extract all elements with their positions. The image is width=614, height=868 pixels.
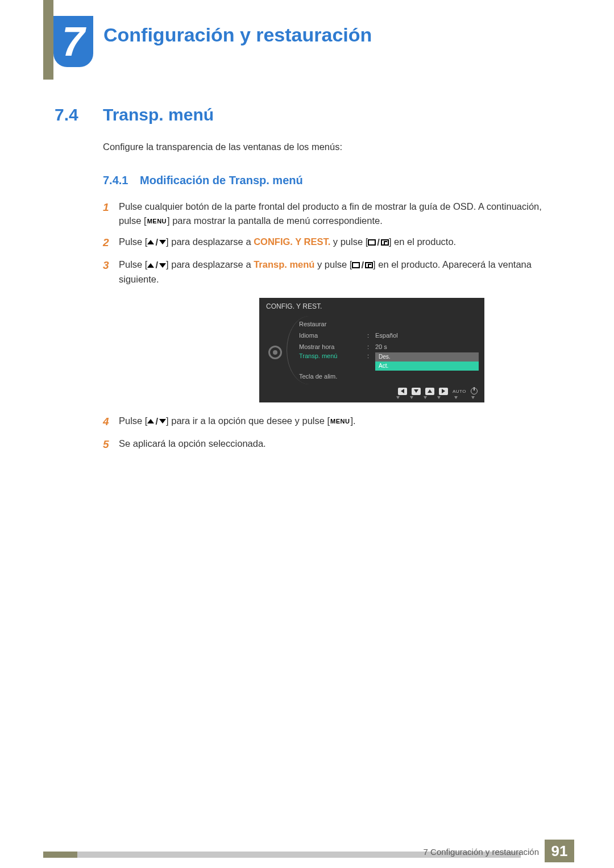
highlight-config: CONFIG. Y REST. xyxy=(254,236,330,247)
step-4: 4 Pulse [/] para ir a la opción que dese… xyxy=(103,414,555,430)
section-heading: 7.4 Transp. menú xyxy=(55,105,555,124)
chapter-number-badge: 7 xyxy=(53,16,93,67)
osd-screenshot: CONFIG. Y REST. Restaurar Idioma : Españ… xyxy=(259,298,484,402)
footer-bar-accent xyxy=(43,852,77,858)
osd-row-mostrar-hora: Mostrar hora : 20 s xyxy=(299,341,484,352)
enter-icon: / xyxy=(368,235,389,250)
text: ] para ir a la opción que desee y pulse … xyxy=(166,416,330,426)
section-title: Transp. menú xyxy=(103,105,214,124)
osd-label: Restaurar xyxy=(299,321,367,327)
nav-auto-label: AUTO xyxy=(453,389,466,394)
osd-option-des: Des. xyxy=(375,352,479,362)
text: y pulse [ xyxy=(330,236,368,247)
osd-label-selected: Transp. menú xyxy=(299,352,367,359)
text: ] para desplazarse a xyxy=(166,259,254,269)
osd-row-transp-menu: Transp. menú : Des. Act. xyxy=(299,352,484,371)
osd-value: Español xyxy=(375,332,398,339)
chapter-title: Configuración y restauración xyxy=(103,24,372,46)
osd-row-idioma: Idioma : Español xyxy=(299,330,484,341)
section-intro: Configure la transparencia de las ventan… xyxy=(103,142,555,152)
side-strip xyxy=(43,0,53,80)
nav-down-icon xyxy=(412,388,421,395)
text: ]. xyxy=(350,416,355,426)
osd-title: CONFIG. Y REST. xyxy=(259,298,484,318)
step-text: Pulse [/] para desplazarse a Transp. men… xyxy=(119,258,555,286)
power-icon xyxy=(471,388,478,394)
nav-left-icon xyxy=(398,388,407,395)
text: ] para mostrar la pantalla de menú corre… xyxy=(167,215,383,226)
section-number: 7.4 xyxy=(55,105,103,124)
sub-marker-icon xyxy=(434,396,443,399)
step-text: Pulse cualquier botón de la parte fronta… xyxy=(119,200,555,228)
menu-button-label: MENU xyxy=(147,217,167,226)
up-down-icon: / xyxy=(147,235,166,250)
sub-marker-icon xyxy=(448,396,464,399)
page-footer: 7 Configuración y restauración 91 xyxy=(0,840,614,868)
osd-curve-decoration xyxy=(287,316,309,384)
step-text: Pulse [/] para ir a la opción que desee … xyxy=(119,414,555,430)
sub-marker-icon xyxy=(421,396,430,399)
footer-chapter-ref: 7 Configuración y restauración xyxy=(424,847,539,857)
step-number: 2 xyxy=(103,235,119,251)
sub-marker-icon xyxy=(393,396,403,399)
subsection-title: Modificación de Transp. menú xyxy=(140,174,303,187)
step-3: 3 Pulse [/] para desplazarse a Transp. m… xyxy=(103,258,555,286)
step-1: 1 Pulse cualquier botón de la parte fron… xyxy=(103,200,555,228)
text: Pulse [ xyxy=(119,416,147,426)
step-text: Pulse [/] para desplazarse a CONFIG. Y R… xyxy=(119,235,555,251)
text: y pulse [ xyxy=(314,259,352,269)
text: Se aplicará la opción seleccionada. xyxy=(119,438,266,448)
content-area: 7.4 Transp. menú Configure la transparen… xyxy=(55,105,555,460)
subsection-heading: 7.4.1 Modificación de Transp. menú xyxy=(103,174,555,187)
enter-icon: / xyxy=(352,258,373,272)
page-header: 7 Configuración y restauración xyxy=(0,0,614,77)
page-number: 91 xyxy=(545,840,574,862)
osd-label: Tecla de alim. xyxy=(299,373,367,380)
osd-value: 20 s xyxy=(375,343,387,350)
step-number: 5 xyxy=(103,437,119,453)
colon: : xyxy=(367,352,375,359)
step-number: 1 xyxy=(103,200,119,228)
osd-body: Restaurar Idioma : Español Mostrar hora … xyxy=(259,318,484,382)
osd-row-tecla-alim: Tecla de alim. xyxy=(299,371,484,382)
osd-row-restaurar: Restaurar xyxy=(299,318,484,330)
osd-label: Mostrar hora xyxy=(299,343,367,350)
step-number: 3 xyxy=(103,258,119,286)
nav-right-icon xyxy=(439,388,448,395)
osd-label: Idioma xyxy=(299,332,367,339)
sub-marker-icon xyxy=(468,396,478,399)
osd-options: Des. Act. xyxy=(375,352,484,371)
step-2: 2 Pulse [/] para desplazarse a CONFIG. Y… xyxy=(103,235,555,251)
subsection-number: 7.4.1 xyxy=(103,174,140,187)
text: Pulse [ xyxy=(119,236,147,247)
highlight-transp: Transp. menú xyxy=(254,259,314,269)
step-number: 4 xyxy=(103,414,119,430)
gear-icon xyxy=(268,346,282,359)
text: Pulse [ xyxy=(119,259,147,269)
nav-up-icon xyxy=(425,388,434,395)
text: ] en el producto. xyxy=(389,236,456,247)
menu-button-label: MENU xyxy=(330,417,350,426)
sub-marker-icon xyxy=(407,396,416,399)
osd-nav-bar: AUTO xyxy=(259,382,484,396)
steps-list: 1 Pulse cualquier botón de la parte fron… xyxy=(103,200,555,453)
step-text: Se aplicará la opción seleccionada. xyxy=(119,437,555,453)
up-down-icon: / xyxy=(147,258,166,272)
colon: : xyxy=(367,332,375,339)
osd-option-act: Act. xyxy=(375,362,479,371)
osd-nav-sub xyxy=(259,396,484,399)
up-down-icon: / xyxy=(147,414,166,429)
colon: : xyxy=(367,343,375,350)
text: ] para desplazarse a xyxy=(166,236,254,247)
step-5: 5 Se aplicará la opción seleccionada. xyxy=(103,437,555,453)
